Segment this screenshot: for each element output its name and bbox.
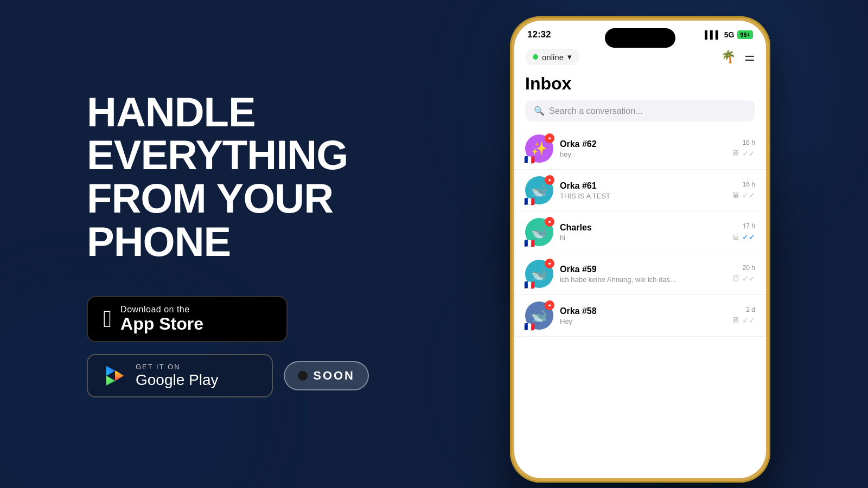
soon-badge: SOON: [284, 361, 369, 390]
conv-preview: hey: [560, 150, 725, 158]
online-dot-icon: [533, 54, 538, 60]
check-icon: ✓✓: [742, 233, 755, 241]
conv-main: Orka #61 THIS IS A TEST: [560, 181, 725, 200]
phone-screen: 12:32 ▌▌▌ 5G 96+ online ▾ 🌴: [514, 21, 766, 478]
conv-avatar: 🐋 🇫🇷 ●: [525, 260, 553, 288]
conv-time: 2 d: [746, 306, 755, 313]
status-time: 12:32: [527, 29, 551, 40]
avatar-emoji: 🐋: [531, 183, 547, 198]
app-header: online ▾ 🌴 ⚌: [514, 44, 766, 69]
conversation-list: ✨ 🇫🇷 ● Orka #62 hey 16 h 🖥 ✓✓ 🐋 🇫🇷 ● Ork…: [514, 128, 766, 337]
conv-avatar: 🐋 🇫🇷 ●: [525, 218, 553, 246]
conv-status: 🖥 ✓✓: [731, 316, 755, 325]
avatar-emoji: 🐋: [531, 308, 547, 323]
conv-name: Orka #62: [560, 139, 725, 149]
signal-bars-icon: ▌▌▌: [705, 30, 721, 39]
conv-time: 20 h: [743, 264, 755, 272]
phone-frame: 12:32 ▌▌▌ 5G 96+ online ▾ 🌴: [510, 16, 770, 483]
network-label: 5G: [724, 30, 735, 39]
conv-time: 17 h: [743, 222, 755, 230]
appstore-top-label: Download on the: [120, 305, 203, 314]
channel-icon: ●: [545, 300, 554, 310]
channel-icon: ●: [545, 175, 554, 185]
conv-main: Orka #58 Hey: [560, 306, 725, 325]
soon-label: SOON: [313, 369, 355, 383]
right-panel: 12:32 ▌▌▌ 5G 96+ online ▾ 🌴: [412, 0, 868, 488]
conv-meta: 20 h 🖥 ✓✓: [731, 264, 755, 284]
conv-item[interactable]: 🐋 🇫🇷 ● Orka #61 THIS IS A TEST 16 h 🖥 ✓✓: [514, 170, 766, 211]
online-badge[interactable]: online ▾: [525, 49, 579, 65]
conv-status: 🖥 ✓✓: [731, 274, 755, 284]
device-icon: 🖥: [731, 316, 740, 325]
headline: HANDLE EVERYTHING FROM YOUR PHONE: [87, 91, 369, 264]
conv-avatar: 🐋 🇫🇷 ●: [525, 176, 553, 204]
avatar-emoji: ✨: [531, 141, 547, 156]
svg-marker-3: [115, 371, 124, 381]
dynamic-island: [605, 28, 675, 48]
check-icon: ✓✓: [742, 191, 755, 200]
device-icon: 🖥: [731, 232, 740, 242]
google-play-icon: [103, 364, 127, 388]
check-icon: ✓✓: [742, 316, 755, 325]
appstore-bottom-label: App Store: [120, 314, 203, 333]
conv-name: Charles: [560, 223, 725, 233]
conv-preview: Hey: [560, 317, 725, 325]
conv-item[interactable]: 🐋 🇫🇷 ● Charles hi 17 h 🖥 ✓✓: [514, 211, 766, 253]
conv-avatar: ✨ 🇫🇷 ●: [525, 134, 553, 163]
battery-badge: 96+: [737, 30, 753, 39]
header-icons: 🌴 ⚌: [721, 50, 755, 64]
conv-status: 🖥 ✓✓: [731, 149, 755, 158]
search-bar[interactable]: 🔍 Search a conversation...: [525, 100, 755, 121]
googleplay-button[interactable]: GET IT ON Google Play: [87, 354, 273, 398]
svg-marker-1: [106, 376, 115, 386]
soon-dot-icon: [298, 371, 308, 381]
conv-main: Orka #59 ich habe keine Ahnung, wie ich …: [560, 265, 725, 284]
channel-icon: ●: [545, 259, 554, 268]
google-play-row: GET IT ON Google Play SOON: [87, 354, 369, 398]
googleplay-text: GET IT ON Google Play: [136, 363, 219, 389]
palm-tree-icon[interactable]: 🌴: [721, 50, 736, 64]
check-icon: ✓✓: [742, 149, 755, 158]
conv-item[interactable]: ✨ 🇫🇷 ● Orka #62 hey 16 h 🖥 ✓✓: [514, 128, 766, 170]
device-icon: 🖥: [731, 149, 740, 158]
appstore-button[interactable]:  Download on the App Store: [87, 296, 288, 342]
device-icon: 🖥: [731, 274, 740, 284]
filter-icon[interactable]: ⚌: [744, 50, 755, 64]
conv-main: Charles hi: [560, 223, 725, 242]
conv-meta: 16 h 🖥 ✓✓: [731, 139, 755, 158]
search-icon: 🔍: [534, 106, 545, 116]
conv-meta: 2 d 🖥 ✓✓: [731, 306, 755, 325]
googleplay-top-label: GET IT ON: [136, 363, 219, 371]
conv-status: 🖥 ✓✓: [731, 190, 755, 200]
googleplay-bottom-label: Google Play: [136, 371, 219, 389]
conv-main: Orka #62 hey: [560, 139, 725, 158]
appstore-text: Download on the App Store: [120, 305, 203, 333]
inbox-title: Inbox: [514, 69, 766, 100]
flag-icon: 🇫🇷: [524, 198, 535, 206]
chevron-down-icon: ▾: [567, 52, 572, 62]
conv-avatar: 🐋 🇫🇷 ●: [525, 301, 553, 330]
apple-icon: : [103, 307, 112, 331]
channel-icon: ●: [545, 217, 554, 227]
device-icon: 🖥: [731, 190, 740, 200]
conv-meta: 17 h 🖥 ✓✓: [731, 222, 755, 242]
left-panel: HANDLE EVERYTHING FROM YOUR PHONE  Down…: [0, 0, 412, 488]
flag-icon: 🇫🇷: [524, 156, 535, 164]
conv-time: 16 h: [743, 139, 755, 146]
check-icon: ✓✓: [742, 274, 755, 283]
conv-name: Orka #61: [560, 181, 725, 191]
flag-icon: 🇫🇷: [524, 240, 535, 247]
conv-item[interactable]: 🐋 🇫🇷 ● Orka #58 Hey 2 d 🖥 ✓✓: [514, 295, 766, 337]
online-label: online: [542, 53, 564, 62]
conv-preview: THIS IS A TEST: [560, 192, 725, 200]
conv-meta: 16 h 🖥 ✓✓: [731, 181, 755, 200]
channel-icon: ●: [545, 133, 554, 143]
conv-name: Orka #58: [560, 306, 725, 316]
conv-preview: hi: [560, 234, 725, 242]
status-right: ▌▌▌ 5G 96+: [705, 30, 753, 39]
search-placeholder: Search a conversation...: [549, 106, 643, 116]
conv-preview: ich habe keine Ahnung, wie ich das...: [560, 275, 725, 284]
avatar-emoji: 🐋: [531, 224, 547, 240]
conv-item[interactable]: 🐋 🇫🇷 ● Orka #59 ich habe keine Ahnung, w…: [514, 253, 766, 295]
svg-marker-0: [106, 366, 115, 376]
